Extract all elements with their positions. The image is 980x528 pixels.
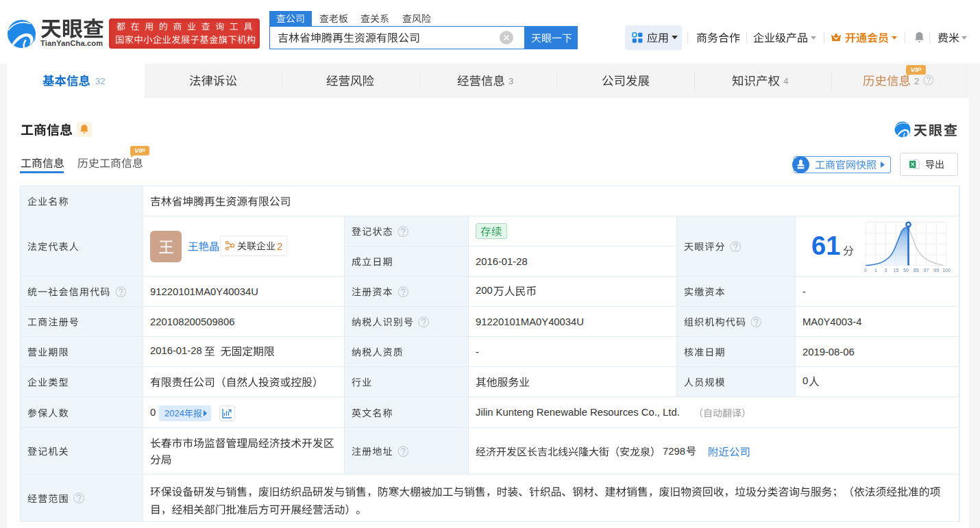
svg-text:15: 15	[893, 268, 898, 273]
svg-text:100: 100	[942, 268, 951, 273]
svg-text:0: 0	[864, 268, 867, 273]
svg-text:99: 99	[933, 268, 939, 273]
svg-text:85: 85	[914, 268, 919, 273]
svg-text:1: 1	[874, 268, 877, 273]
svg-text:3: 3	[885, 268, 887, 273]
svg-text:50: 50	[903, 268, 909, 273]
svg-text:97: 97	[924, 268, 929, 273]
